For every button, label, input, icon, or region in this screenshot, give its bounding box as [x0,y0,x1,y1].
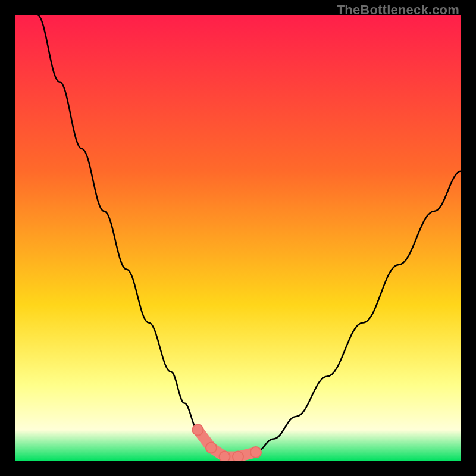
sausage-joint [206,443,217,453]
sausage-joint [250,447,261,458]
sausage-joint [193,425,203,436]
sausage-joint [220,452,230,462]
chart-plot [15,15,461,461]
gradient-background [15,15,461,461]
chart-container: TheBottleneck.com [0,0,476,476]
sausage-joint [233,452,243,462]
